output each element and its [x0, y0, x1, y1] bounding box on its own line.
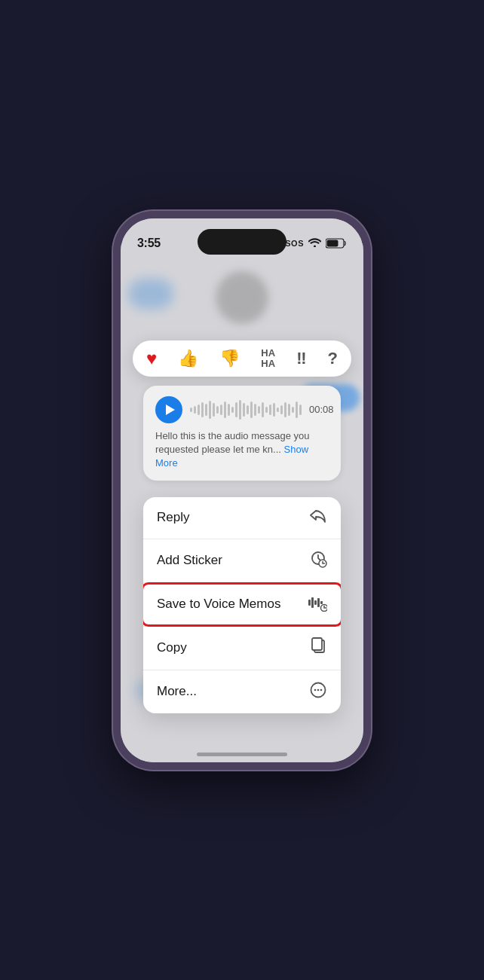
status-icons: SOS — [285, 237, 347, 249]
waveform-bar — [243, 403, 245, 417]
waveform-bar — [224, 401, 226, 418]
waveform — [190, 399, 302, 420]
audio-player: 00:08 — [155, 396, 329, 423]
menu-label-more: More... — [157, 684, 197, 699]
waveform-bar — [205, 404, 207, 416]
waveform-bar — [247, 405, 249, 414]
play-button[interactable] — [155, 396, 182, 423]
reaction-haha[interactable]: HAHA — [261, 348, 275, 370]
svg-rect-7 — [317, 598, 320, 607]
svg-rect-8 — [320, 601, 323, 604]
svg-rect-6 — [314, 600, 317, 605]
waveform-bar — [273, 403, 275, 417]
phone-frame: 3:55 SOS — [113, 211, 371, 770]
menu-item-reply[interactable]: Reply — [143, 497, 341, 539]
reaction-question[interactable]: ? — [327, 350, 337, 367]
phone-screen: 3:55 SOS — [121, 218, 363, 762]
svg-rect-5 — [311, 597, 314, 608]
waveform-bar — [194, 406, 196, 414]
reaction-thumbsup[interactable]: 👍 — [178, 350, 198, 367]
bubble-transcript: Hello this is the audio message you requ… — [155, 429, 329, 471]
svg-rect-1 — [327, 240, 338, 246]
reaction-exclaim[interactable]: ‼ — [296, 350, 306, 367]
context-menu: Reply Add Sticker — [143, 497, 341, 713]
copy-icon — [311, 637, 327, 659]
status-time: 3:55 — [137, 237, 161, 250]
voice-memo-icon — [308, 594, 327, 615]
svg-point-15 — [320, 688, 323, 691]
menu-item-save-voice-memos[interactable]: Save to Voice Memos — [143, 583, 341, 627]
bg-blob-tl — [128, 279, 173, 309]
bg-blob-profile — [216, 271, 268, 324]
waveform-bar — [216, 406, 219, 414]
waveform-bar — [190, 408, 192, 412]
menu-item-more[interactable]: More... — [143, 670, 341, 713]
more-icon — [309, 681, 327, 703]
waveform-bar — [269, 405, 271, 415]
menu-label-reply: Reply — [157, 510, 189, 525]
home-indicator — [197, 753, 287, 756]
waveform-bar — [288, 404, 290, 416]
waveform-bar — [292, 407, 294, 413]
waveform-bar — [262, 402, 264, 417]
status-sos: SOS — [285, 239, 304, 248]
dynamic-island — [198, 229, 286, 255]
svg-rect-4 — [308, 600, 311, 606]
waveform-bar — [213, 403, 215, 417]
waveform-bar — [258, 406, 260, 414]
battery-icon — [326, 238, 347, 249]
reaction-bar: ♥ 👍 👎 HAHA ‼ ? — [133, 340, 351, 377]
waveform-bar — [228, 404, 230, 416]
waveform-bar — [239, 400, 241, 420]
waveform-bar — [280, 405, 283, 414]
waveform-bar — [265, 407, 268, 413]
svg-point-14 — [317, 688, 320, 691]
waveform-bar — [231, 407, 234, 413]
menu-label-copy: Copy — [157, 640, 187, 655]
reaction-thumbsdown[interactable]: 👎 — [219, 350, 240, 367]
waveform-bar — [296, 401, 298, 418]
waveform-bar — [277, 408, 279, 412]
audio-duration: 00:08 — [309, 404, 334, 415]
sticker-icon — [309, 550, 327, 572]
waveform-bar — [209, 401, 211, 419]
waveform-bar — [250, 401, 253, 418]
waveform-bar — [299, 405, 302, 415]
menu-item-copy[interactable]: Copy — [143, 627, 341, 670]
reply-icon — [309, 508, 327, 528]
waveform-bar — [198, 405, 200, 415]
waveform-bar — [201, 402, 204, 417]
message-bubble: 00:08 Hello this is the audio message yo… — [143, 386, 341, 481]
waveform-bar — [235, 402, 237, 417]
wifi-icon — [308, 237, 321, 249]
menu-label-add-sticker: Add Sticker — [157, 553, 222, 568]
waveform-bar — [254, 404, 256, 416]
svg-point-13 — [314, 688, 317, 691]
waveform-bar — [284, 402, 286, 417]
waveform-bar — [220, 405, 222, 415]
reaction-heart[interactable]: ♥ — [146, 350, 157, 368]
menu-label-save-voice-memos: Save to Voice Memos — [157, 597, 280, 612]
menu-item-add-sticker[interactable]: Add Sticker — [143, 539, 341, 583]
svg-rect-11 — [312, 638, 322, 650]
